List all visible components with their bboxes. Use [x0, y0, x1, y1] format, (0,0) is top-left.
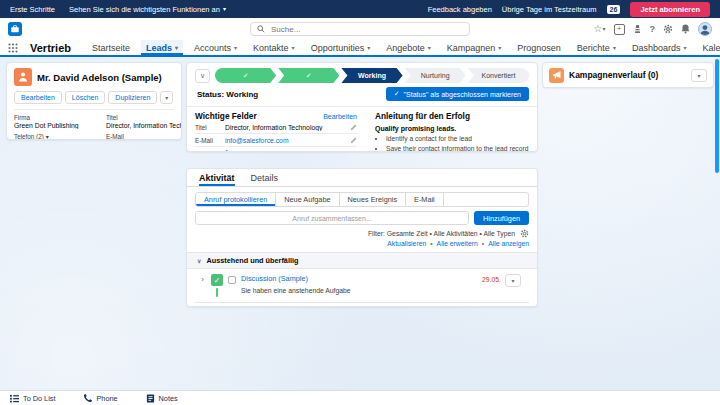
- key-field-row: Telefon 1 (800) 667-6389: [195, 147, 357, 152]
- vertical-scrollbar-thumb[interactable]: [715, 59, 719, 173]
- filter-gear-icon[interactable]: [520, 229, 529, 238]
- search-icon: [257, 25, 265, 33]
- expand-task-chevron[interactable]: ›: [199, 275, 206, 297]
- tab-opportunities[interactable]: Opportunities▾: [306, 40, 376, 55]
- field-email: E-Mail info@salesforce.com: [106, 133, 182, 140]
- utility-todo-list[interactable]: To Do List: [10, 394, 55, 403]
- task-list-item: › ✓ Discussion (Sample) Sie haben eine a…: [195, 269, 529, 298]
- guidance-bullet: Identify a contact for the lead: [386, 134, 529, 144]
- call-summary-input[interactable]: [195, 211, 469, 225]
- tab-dashboards[interactable]: Dashboards▾: [627, 40, 692, 55]
- edit-pencil-icon[interactable]: [350, 137, 357, 144]
- subtab-new-task[interactable]: Neue Aufgabe: [276, 193, 339, 206]
- field-value: Green Dot Publishing: [14, 122, 102, 129]
- task-note: Sie haben eine anstehende Aufgabe: [241, 287, 477, 294]
- subscribe-now-button[interactable]: Jetzt abonnieren: [630, 2, 710, 17]
- feedback-link[interactable]: Feedback abgeben: [428, 5, 492, 14]
- refresh-link[interactable]: Aktualisieren: [387, 240, 426, 247]
- key-features-menu[interactable]: Sehen Sie sich die wichtigsten Funktione…: [69, 5, 226, 14]
- chevron-down-icon[interactable]: ▾: [46, 134, 49, 140]
- salesforce-app: Erste Schritte Sehen Sie sich die wichti…: [0, 0, 720, 405]
- subtab-log-call[interactable]: Anruf protokollieren: [196, 193, 276, 206]
- edit-pencil-icon[interactable]: [350, 124, 357, 131]
- tab-kontakte[interactable]: Kontakte▾: [248, 40, 300, 55]
- campaign-actions-button[interactable]: ▾: [691, 69, 707, 82]
- task-actions-button[interactable]: ▾: [505, 274, 521, 287]
- path-card: ∨ ✓ ✓ Working Nurturing Konvertiert Stat…: [186, 62, 538, 152]
- guidance-title: Anleitung für den Erfolg: [375, 111, 529, 121]
- campaign-history-card: Kampagnenverlauf (0) ▾: [542, 62, 714, 88]
- getting-started-link[interactable]: Erste Schritte: [10, 5, 55, 14]
- task-complete-checkbox[interactable]: [228, 276, 236, 284]
- search-input[interactable]: [269, 24, 463, 35]
- edit-button[interactable]: Bearbeiten: [14, 91, 62, 104]
- key-field-row: Titel Director, Information Technology: [195, 121, 357, 134]
- help-icon[interactable]: ?: [650, 25, 656, 34]
- delete-button[interactable]: Löschen: [65, 91, 105, 104]
- email-link[interactable]: info@salesforce.com: [225, 137, 346, 144]
- user-avatar[interactable]: [698, 22, 712, 36]
- tab-kampagnen[interactable]: Kampagnen▾: [442, 40, 507, 55]
- utility-phone[interactable]: Phone: [83, 394, 117, 403]
- campaign-history-title[interactable]: Kampagnenverlauf (0): [569, 70, 658, 80]
- tab-prognosen[interactable]: Prognosen: [512, 40, 566, 55]
- tab-label: Startseite: [92, 43, 130, 53]
- tab-details[interactable]: Details: [251, 173, 279, 186]
- todo-list-icon: [10, 394, 19, 403]
- path-stage-complete-1[interactable]: ✓: [215, 68, 276, 83]
- tab-label: Dashboards: [632, 43, 681, 53]
- dock-item-label: Notes: [159, 394, 178, 403]
- tab-angebote[interactable]: Angebote▾: [381, 40, 436, 55]
- notes-icon: [146, 394, 155, 403]
- setup-gear-icon[interactable]: [663, 24, 673, 34]
- trial-days-badge: 26: [607, 5, 621, 14]
- more-actions-button[interactable]: ▾: [160, 91, 173, 104]
- record-title: Mr. David Adelson (Sample): [37, 72, 162, 83]
- task-title-link[interactable]: Discussion (Sample): [241, 274, 477, 283]
- subtab-email[interactable]: E-Mail: [406, 193, 444, 206]
- app-launcher-waffle-icon[interactable]: [8, 43, 18, 53]
- favorites-star-icon[interactable]: ☆▾: [594, 24, 606, 34]
- path-stage-nurturing[interactable]: Nurturing: [405, 68, 466, 83]
- tab-aktivitaet[interactable]: Aktivität: [199, 173, 235, 186]
- global-search[interactable]: [250, 22, 470, 36]
- subtab-new-event[interactable]: Neues Ereignis: [340, 193, 406, 206]
- tab-label: Kampagnen: [447, 43, 496, 53]
- tab-berichte[interactable]: Berichte▾: [572, 40, 621, 55]
- global-actions-icon[interactable]: +: [614, 24, 625, 35]
- notifications-bell-icon[interactable]: [681, 24, 690, 34]
- field-label: E-Mail: [106, 133, 182, 140]
- path-stage-complete-2[interactable]: ✓: [278, 68, 339, 83]
- chevron-down-icon: ▾: [498, 45, 501, 51]
- dock-item-label: To Do List: [23, 394, 55, 403]
- path-collapse-button[interactable]: ∨: [195, 69, 210, 83]
- global-header: ☆▾ + ?: [0, 18, 720, 40]
- app-name[interactable]: Vertrieb: [30, 42, 71, 54]
- path-stage-konvertiert[interactable]: Konvertiert: [468, 68, 529, 83]
- guidance-bullets: Identify a contact for the lead Save the…: [375, 134, 529, 152]
- path-stage-working[interactable]: Working: [341, 68, 402, 83]
- sales-path: ✓ ✓ Working Nurturing Konvertiert: [215, 68, 529, 83]
- expand-all-link[interactable]: Alle erweitern: [437, 240, 478, 247]
- tab-startseite[interactable]: Startseite: [87, 40, 135, 55]
- tab-leads[interactable]: Leads▾: [141, 40, 183, 55]
- clone-button[interactable]: Duplizieren: [108, 91, 157, 104]
- field-label: Firma: [14, 114, 102, 121]
- mark-status-complete-button[interactable]: ✓ "Status" als abgeschlossen markieren: [386, 87, 529, 101]
- phone-icon: [83, 394, 92, 403]
- field-label: Titel: [106, 114, 182, 121]
- add-button[interactable]: Hinzufügen: [474, 211, 529, 225]
- phone-link[interactable]: 1 (800) 667-6389: [225, 150, 346, 153]
- chevron-down-icon: ▾: [602, 26, 605, 32]
- star-glyph: ☆: [594, 24, 603, 34]
- section-pending-overdue[interactable]: ∨ Ausstehend und überfällig: [187, 252, 537, 269]
- tab-kalender[interactable]: Kalender▾: [697, 40, 720, 55]
- utility-notes[interactable]: Notes: [146, 394, 178, 403]
- tab-accounts[interactable]: Accounts▾: [189, 40, 242, 55]
- guidance-bullet: Save their contact information to the le…: [386, 144, 529, 152]
- key-fields-edit-link[interactable]: Bearbeiten: [323, 113, 357, 120]
- field-label: Titel: [195, 124, 221, 131]
- view-all-link[interactable]: Alle anzeigen: [488, 240, 529, 247]
- edit-pencil-icon[interactable]: [350, 150, 357, 153]
- guidance-center-icon[interactable]: [633, 24, 642, 34]
